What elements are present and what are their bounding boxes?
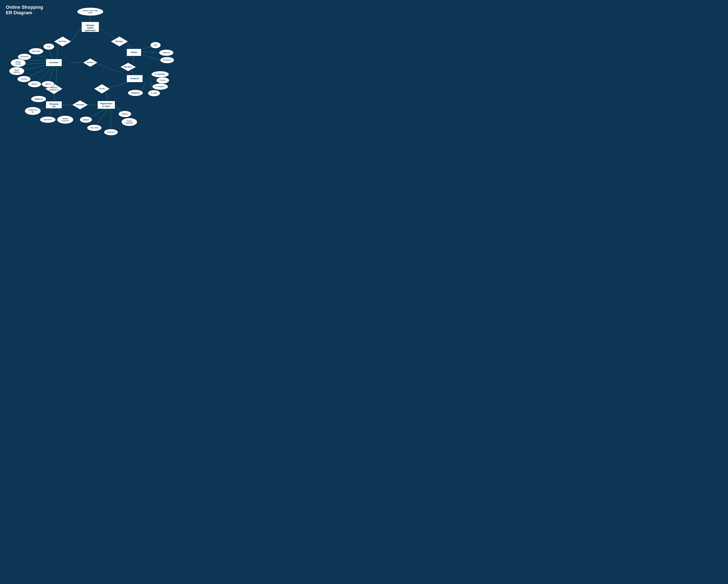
- attr-forget-password-text1: Forget: [127, 120, 132, 122]
- attr-product-id-products-text: Product id: [131, 92, 139, 94]
- svg-line-2: [168, 8, 174, 10]
- svg-line-52: [111, 109, 111, 132]
- svg-line-21: [94, 62, 121, 73]
- entity-products-text: Products: [130, 77, 139, 80]
- svg-line-27: [106, 93, 108, 101]
- svg-line-13: [166, 132, 174, 134]
- svg-line-42: [150, 78, 157, 80]
- attr-product-id-sc-text: Product id: [35, 98, 43, 100]
- attr-p-category-text: P_category: [156, 86, 164, 87]
- svg-line-8: [6, 129, 13, 132]
- attr-domain-name-text2: name: [88, 12, 93, 14]
- attr-mobile-text1: Mobile: [16, 61, 21, 63]
- svg-line-4: [171, 12, 177, 16]
- attr-password-reg-text: Password: [107, 131, 115, 133]
- svg-line-39: [142, 52, 159, 53]
- svg-line-12: [166, 130, 172, 131]
- rel-managers-text: Managers: [124, 66, 132, 68]
- svg-line-22: [132, 56, 134, 63]
- attr-username-reg-text: User name: [90, 127, 98, 129]
- attr-product-name-text2: me: [32, 111, 34, 113]
- attr-password-customer-text: Password: [21, 56, 28, 57]
- entity-website-text3: application: [85, 29, 96, 31]
- attr-attribute-text: Attribute: [163, 52, 170, 53]
- entity-customer-text: Customer: [49, 61, 59, 63]
- svg-line-24: [56, 66, 57, 84]
- svg-line-3: [169, 10, 176, 14]
- svg-line-16: [71, 27, 82, 42]
- attr-password-admin-text: Password: [163, 59, 171, 61]
- svg-line-23: [131, 71, 134, 75]
- svg-line-41: [150, 75, 152, 76]
- entity-shopping-cart-text2: cart: [52, 105, 56, 108]
- entity-admin-text: Admin: [131, 51, 137, 53]
- svg-point-0: [162, 0, 182, 24]
- attr-total-price-text: Total price: [44, 119, 52, 121]
- attr-c-id-text: C id: [47, 46, 50, 47]
- attr-p-availability-text: P_availability: [155, 73, 165, 75]
- attr-email-text1: Email: [15, 69, 19, 71]
- attr-billing-text1: Billing: [63, 118, 68, 120]
- attr-username-customer-text: User name: [32, 50, 40, 52]
- attr-p-price-text: P_price: [160, 79, 166, 81]
- rel-reserve-text2: products in: [49, 89, 58, 91]
- attr-country-text: Country: [21, 78, 27, 80]
- attr-mobile-text2: number: [15, 63, 21, 65]
- attr-address-text: Adress: [45, 83, 51, 85]
- svg-line-14: [167, 135, 174, 137]
- entity-website-text2: mobile: [87, 27, 94, 29]
- attr-email-text2: address: [14, 71, 20, 73]
- entity-shopping-cart-text1: Shopping: [49, 103, 59, 105]
- attr-domain-name-text1: Domain name / App: [83, 10, 98, 11]
- rel-manages-text: Manages: [115, 40, 123, 43]
- attr-a-id-text: A id: [154, 44, 157, 46]
- attr-p-name-text: P_name: [151, 92, 157, 94]
- rel-purchase-bottom-text: Purchase: [76, 104, 84, 106]
- attr-product-name-text1: Product_na: [28, 109, 37, 111]
- attr-user-id-text: User id: [83, 119, 88, 121]
- svg-line-40: [142, 55, 160, 60]
- entity-registration-text2: or log in: [102, 105, 110, 107]
- rel-purchase-top-text: Purchase: [59, 40, 67, 43]
- attr-billing-text2: products: [62, 120, 69, 122]
- entity-website-text: Website/: [86, 24, 94, 26]
- rel-delivers-text: Delivers: [87, 61, 94, 63]
- attr-signup-text: Signup: [122, 113, 128, 115]
- entity-registration-text1: Registration: [100, 102, 112, 105]
- attr-district-text: District: [32, 83, 37, 85]
- rel-to-buy-text: To buy: [99, 88, 105, 90]
- svg-line-9: [5, 132, 11, 134]
- attr-forget-password-text2: Password: [126, 122, 133, 124]
- svg-line-7: [8, 127, 13, 129]
